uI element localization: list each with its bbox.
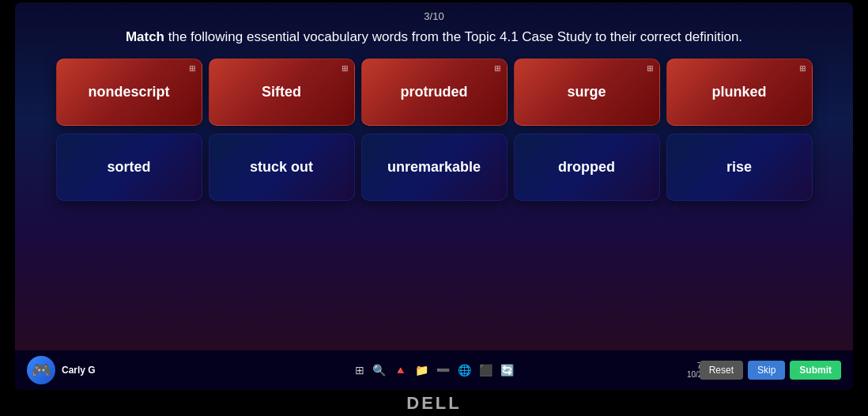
instruction-match-word: Match [126,29,164,44]
bottom-card-4[interactable]: rise [666,134,813,201]
bottom-card-1[interactable]: stuck out [209,134,355,201]
instruction-text: Match the following essential vocabulary… [126,27,742,47]
submit-button[interactable]: Submit [790,361,841,380]
dell-brand: DELL [406,393,461,414]
top-card-0[interactable]: nondescript [56,59,202,126]
progress-indicator: 3/10 [424,10,443,22]
taskbar-app5[interactable]: ⬛ [479,364,492,376]
action-buttons: Reset Skip Submit [700,361,841,380]
search-icon[interactable]: 🔍 [372,364,386,376]
top-card-2[interactable]: protruded [361,59,508,126]
skip-button[interactable]: Skip [748,361,785,380]
monitor-frame: 3/10 Match the following essential vocab… [15,2,853,390]
instruction-body: the following essential vocabulary words… [168,29,742,44]
top-card-3[interactable]: surge [514,59,660,126]
windows-icon[interactable]: ⊞ [355,364,364,376]
user-area: 🎮 Carly G [27,356,96,384]
bottom-card-2[interactable]: unremarkable [361,134,508,201]
taskbar-center-icons: ⊞ 🔍 🔺 📁 ➖ 🌐 ⬛ 🔄 [355,364,514,376]
taskbar-app6[interactable]: 🔄 [500,364,514,376]
top-card-4[interactable]: plunked [666,59,813,126]
taskbar-app2[interactable]: 📁 [415,364,428,376]
taskbar-app3[interactable]: ➖ [436,364,450,376]
taskbar: 🎮 Carly G ⊞ 🔍 🔺 📁 ➖ 🌐 ⬛ 🔄 7:24 PM 10/22/… [15,350,853,390]
taskbar-app1[interactable]: 🔺 [394,364,407,376]
top-cards-row: nondescript Sifted protruded surge plunk… [31,59,837,126]
avatar: 🎮 [27,356,55,384]
reset-button[interactable]: Reset [700,361,743,380]
bottom-card-3[interactable]: dropped [514,134,660,201]
username: Carly G [62,365,96,376]
taskbar-app4[interactable]: 🌐 [458,364,471,376]
bottom-card-0[interactable]: sorted [56,134,202,201]
bottom-cards-row: sorted stuck out unremarkable dropped ri… [31,134,837,201]
top-card-1[interactable]: Sifted [209,59,355,126]
